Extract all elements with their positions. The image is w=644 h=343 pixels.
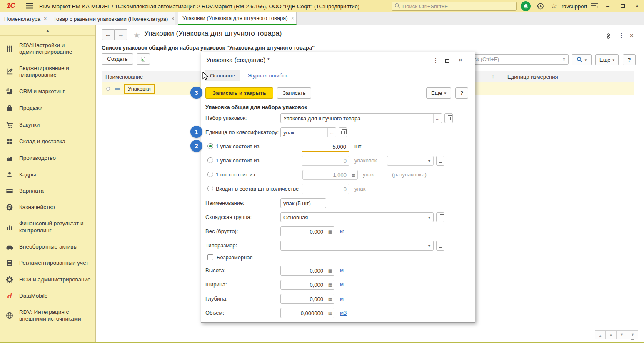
global-search[interactable] [392, 2, 517, 11]
open-icon[interactable] [436, 212, 444, 222]
dialog-tab-error-log[interactable]: Журнал ошибок [248, 72, 288, 79]
dialog-tab-main[interactable]: Основное [205, 70, 240, 81]
dropdown-icon[interactable]: ▾ [425, 213, 433, 222]
choose-icon[interactable]: ... [433, 114, 442, 123]
close-tab-icon[interactable]: × [171, 16, 174, 22]
width-input[interactable]: 0,000 ▦ [280, 280, 334, 290]
dimensionless-checkbox[interactable] [207, 254, 213, 260]
pack-set-field[interactable]: Упаковка для штучного товара ... [280, 113, 442, 123]
dialog-close-icon[interactable]: × [459, 56, 462, 63]
sidebar-item-finance[interactable]: Финансовый результат и контроллинг [0, 216, 95, 239]
warehouse-group-select[interactable]: Основная ▾ [280, 212, 434, 222]
weight-unit-link[interactable]: кг [340, 228, 344, 234]
main-menu-icon[interactable] [26, 3, 33, 10]
go-next-button[interactable]: ▼ [617, 330, 627, 339]
radio-pack-of-packs[interactable] [207, 157, 213, 163]
save-button[interactable]: Записать [277, 87, 311, 99]
sidebar-item-payroll[interactable]: Зарплата [0, 183, 95, 199]
sidebar-item-warehouse[interactable]: Склад и доставка [0, 133, 95, 150]
sidebar-item-regulated-accounting[interactable]: Регламентированный учет [0, 255, 95, 271]
back-button[interactable]: ← [102, 29, 115, 40]
calculator-icon[interactable]: ▦ [326, 308, 334, 318]
choose-icon[interactable]: ... [327, 128, 336, 137]
width-unit-link[interactable]: м [340, 281, 344, 288]
dialog-help-button[interactable]: ? [455, 87, 468, 99]
open-icon[interactable] [339, 127, 347, 137]
sidebar-item-rdv-integration[interactable]: RDV: Интеграция с внешними источниками [0, 304, 95, 327]
radio-pack-of-pieces[interactable] [207, 143, 213, 149]
calculator-icon[interactable]: ▦ [326, 294, 334, 303]
history-icon[interactable] [537, 2, 544, 11]
favorite-star-icon[interactable]: ★ [133, 30, 140, 40]
calculator-icon[interactable]: ▦ [326, 227, 334, 236]
unit-field[interactable]: упак ... [280, 127, 336, 137]
create-button[interactable]: Создать [102, 53, 133, 65]
sidebar-item-nsi-admin[interactable]: НСИ и администрирование [0, 271, 95, 288]
row-name-cell[interactable]: Упаковки [124, 84, 155, 94]
unpack-quantity-input[interactable]: 1,000 ▦ [302, 170, 358, 180]
current-user[interactable]: rdvsupport [562, 3, 587, 10]
part-quantity-input[interactable]: 0 [302, 184, 349, 194]
close-window-button[interactable]: × [632, 2, 642, 10]
sidebar-item-rdv-settings[interactable]: RDV:Настройки и администрирование [0, 37, 95, 60]
create-group-button[interactable] [137, 53, 150, 65]
tab-nomenclature[interactable]: Номенклатура × [0, 12, 49, 25]
weight-input[interactable]: 0,000 ▦ [280, 226, 334, 236]
open-icon[interactable] [436, 241, 444, 251]
name-input[interactable]: упак (5 шт) [280, 198, 326, 208]
pieces-quantity-input[interactable]: 5,000 [302, 142, 349, 152]
tab-packagings-active[interactable]: Упаковки (Упаковка для штучного товара) … [178, 12, 297, 25]
minimize-button[interactable]: – [603, 2, 612, 10]
sort-ascending-icon[interactable]: ↑ [484, 71, 502, 82]
dialog-maximize-icon[interactable] [445, 58, 449, 64]
sidebar-item-budgeting[interactable]: Бюджетирование и планирование [0, 60, 95, 83]
save-and-close-button[interactable]: Записать и закрыть [205, 87, 273, 99]
dropdown-icon[interactable]: ▾ [425, 156, 433, 165]
radio-piece-of-packs[interactable] [207, 172, 213, 177]
notifications-icon[interactable] [521, 1, 531, 11]
depth-unit-link[interactable]: м [340, 296, 344, 302]
list-search-input[interactable] [461, 56, 560, 62]
sidebar-item-datamobile[interactable]: d DataMobile [0, 288, 95, 304]
typesize-select[interactable]: ▾ [280, 241, 434, 251]
get-link-icon[interactable] [605, 32, 612, 41]
dropdown-icon[interactable]: ▾ [425, 241, 433, 250]
go-first-button[interactable]: ▲ [595, 330, 606, 339]
volume-input[interactable]: 0,000000 ▦ [280, 308, 334, 318]
height-unit-link[interactable]: м [340, 267, 344, 273]
global-search-input[interactable] [402, 3, 514, 10]
sidebar-item-purchases[interactable]: Закупки [0, 117, 95, 133]
collapse-panel-button[interactable]: ▲ [0, 25, 95, 36]
clear-search-icon[interactable]: × [560, 57, 568, 62]
tab-product-packagings[interactable]: Товар с разными упаковками (Номенклатура… [49, 12, 175, 25]
height-input[interactable]: 0,000 ▦ [280, 266, 334, 276]
list-search[interactable]: × [460, 54, 569, 65]
inner-pack-select[interactable]: ▾ [387, 156, 434, 166]
list-help-button[interactable]: ? [623, 54, 636, 65]
favorites-icon[interactable]: ☆ [551, 2, 557, 10]
more-menu-icon[interactable]: ⋮ [618, 32, 624, 39]
sidebar-item-hr[interactable]: Кадры [0, 167, 95, 183]
dialog-more-button[interactable]: Еще ▾ [426, 87, 451, 99]
sidebar-item-crm[interactable]: CRM и маркетинг [0, 83, 95, 100]
sidebar-item-production[interactable]: Производство [0, 150, 95, 167]
calculator-icon[interactable]: ▦ [326, 280, 334, 289]
forward-button[interactable]: → [115, 29, 127, 40]
column-header-unit[interactable]: Единица измерения [502, 74, 634, 80]
close-tab-icon[interactable]: × [291, 15, 294, 21]
radio-part-of-piece[interactable] [207, 186, 213, 191]
service-menu-icon[interactable] [591, 2, 598, 10]
sidebar-item-fixed-assets[interactable]: Внеоборотные активы [0, 239, 95, 255]
sidebar-item-sales[interactable]: Продажи [0, 100, 95, 117]
close-tab-icon[interactable]: × [44, 16, 47, 22]
packs-quantity-input[interactable]: 0 [302, 156, 349, 166]
list-more-button[interactable]: Еще ▾ [595, 54, 619, 65]
maximize-button[interactable] [618, 2, 627, 10]
close-form-icon[interactable]: × [630, 32, 634, 39]
find-button[interactable]: ▾ [572, 54, 592, 65]
dialog-more-icon[interactable]: ⋮ [433, 57, 439, 64]
go-last-button[interactable]: ▼ [627, 330, 638, 339]
open-icon[interactable] [436, 156, 444, 166]
depth-input[interactable]: 0,000 ▦ [280, 294, 334, 304]
open-icon[interactable] [444, 113, 453, 123]
